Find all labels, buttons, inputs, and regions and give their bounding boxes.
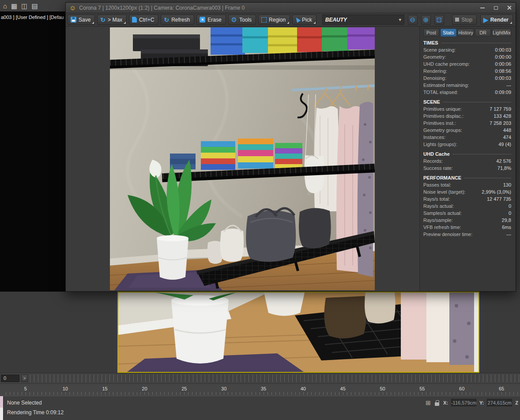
render-image[interactable] (110, 27, 375, 290)
corona-logo-icon: ☺ (69, 4, 76, 11)
region-button[interactable]: Region (258, 15, 290, 25)
stat-row: TOTAL elapsed: 0:09:09 (423, 89, 511, 96)
stat-label: TOTAL elapsed: (423, 89, 458, 96)
stat-label: Records: (423, 158, 443, 165)
vfb-canvas[interactable] (66, 26, 419, 291)
x-coordinate-field[interactable]: -116,579cm (451, 399, 476, 406)
frame-number: 30 (204, 386, 244, 391)
stat-row: Scene parsing: 0:00:03 (423, 46, 511, 53)
frame-number: 65 (482, 386, 520, 391)
render-controls-group: Stop ▶ Render (452, 15, 513, 25)
stat-row: Noise level (target): 2,99% (3,0%) (423, 188, 511, 195)
z-label: Z (515, 400, 518, 405)
stats-rows: Records: 42 576 Success rate: 71,8% (423, 158, 511, 172)
tab-lightmix[interactable]: LightMix (492, 29, 511, 37)
stat-row: VFB refresh time: 6ms (423, 224, 511, 231)
frame-number: 60 (442, 386, 482, 391)
section-title: UHD Cache (423, 151, 511, 157)
stat-value: 474 (503, 134, 511, 141)
viewport-safe-frame[interactable] (117, 292, 479, 373)
tools-button[interactable]: ⚙ Tools (228, 15, 256, 25)
time-slider-track[interactable] (30, 375, 519, 382)
stat-value: 448 (503, 127, 511, 134)
erase-button[interactable]: × Erase (196, 15, 226, 25)
y-label: Y: (479, 400, 484, 405)
minimize-button[interactable] (476, 3, 489, 13)
stat-label: Scene parsing: (423, 46, 456, 53)
stat-row: UHD cache precomp: 0:00:06 (423, 60, 511, 68)
stat-row: Rays/sample: 29,8 (423, 217, 511, 224)
zoom-in-button[interactable]: ⊕ (421, 15, 431, 25)
region-icon (261, 17, 267, 22)
chevron-down-icon: ▾ (399, 17, 401, 22)
render-icon: ▶ (483, 17, 488, 23)
refresh-icon: ↻ (164, 17, 169, 23)
next-frame-button[interactable]: > (21, 375, 28, 382)
stat-row: Primitives unique: 7 127 759 (423, 105, 511, 112)
stat-value: 2,99% (3,0%) (482, 188, 511, 195)
tab-stats[interactable]: Stats (441, 29, 456, 37)
track-bar[interactable]: 5 10 15 20 25 30 35 40 45 50 55 60 (0, 383, 520, 396)
stat-value: 0:00:06 (495, 60, 511, 68)
close-button[interactable] (502, 3, 516, 13)
stat-label: Preview denoiser time: (423, 231, 472, 238)
stat-label: UHD cache precomp: (423, 60, 470, 68)
frame-number: 40 (283, 386, 323, 391)
maximize-button[interactable] (489, 3, 502, 13)
stat-value: --- (506, 82, 511, 89)
stat-label: Primitives unique: (423, 105, 462, 112)
stat-row: Preview denoiser time: --- (423, 231, 511, 238)
stat-label: Rays/s actual: (423, 202, 454, 210)
stat-label: Instances: (423, 134, 445, 141)
stat-value: 7 258 203 (490, 120, 511, 127)
stats-rows: Passes total: 130 Noise level (target): … (423, 181, 511, 238)
vfb-side-panel: Post Stats History DR LightMix TIMES Sce… (419, 26, 516, 291)
viewport-scene (118, 292, 479, 372)
x-label: X: (443, 400, 448, 405)
stat-value: 130 (503, 181, 511, 188)
lock-icon[interactable] (434, 399, 440, 406)
stat-row: Rays/s total: 12 477 735 (423, 195, 511, 202)
viewport-lower-strip[interactable] (0, 292, 520, 373)
viewport-area[interactable]: a003 ] [User Defined ] [Defau (0, 11, 65, 292)
tab-history[interactable]: History (458, 29, 474, 37)
gizmo-icon[interactable]: ⊞ (426, 400, 431, 406)
viewport-label[interactable]: a003 ] [User Defined ] [Defau (1, 15, 65, 20)
copy-button[interactable]: Ctrl+C (129, 15, 158, 25)
stat-value: 42 576 (496, 158, 511, 165)
grid-icon[interactable]: ▦ (11, 3, 17, 9)
render-button[interactable]: ▶ Render (480, 15, 513, 25)
stop-button[interactable]: Stop (452, 15, 477, 25)
send-to-max-button[interactable]: ↻ > Max (97, 15, 127, 25)
home-icon[interactable]: ⌂ (3, 3, 7, 9)
layers-icon[interactable]: ▤ (31, 3, 38, 9)
y-coordinate-field[interactable]: 274,615cm (487, 399, 512, 406)
stat-value: 12 477 735 (487, 195, 511, 202)
current-frame-field[interactable]: 0 (1, 375, 19, 382)
stat-label: Primitives displac.: (423, 112, 463, 120)
tab-post[interactable]: Post (423, 29, 439, 37)
time-slider[interactable]: 0 > (0, 373, 520, 383)
stat-row: Geometry: 0:00:00 (423, 53, 511, 60)
frame-number: 25 (164, 386, 204, 391)
stats-rows: Scene parsing: 0:00:03 Geometry: 0:00:00… (423, 46, 511, 96)
frame-number: 55 (402, 386, 442, 391)
render-channel-select[interactable]: BEAUTY ▾ (322, 15, 404, 25)
window-icon[interactable]: ◫ (21, 3, 27, 9)
stat-label: Rays/s total: (423, 195, 450, 202)
region-label: Region (269, 17, 286, 23)
stat-label: Samples/s actual: (423, 210, 462, 217)
vfb-titlebar[interactable]: ☺ Corona 7 | 1200x1200px (1:2) | Camera:… (66, 3, 516, 13)
maxscript-mini-listener[interactable] (0, 396, 4, 420)
copy-icon (132, 17, 137, 22)
stat-value: 0 (509, 202, 511, 210)
stat-label: Primitives inst.: (423, 120, 456, 127)
zoom-fit-button[interactable]: ⊡ (434, 15, 444, 25)
zoom-out-button[interactable]: ⊖ (408, 15, 418, 25)
stat-row: Instances: 474 (423, 134, 511, 141)
tab-dr[interactable]: DR (475, 29, 491, 37)
save-button[interactable]: Save (68, 15, 95, 25)
refresh-button[interactable]: ↻ Refresh (161, 15, 194, 25)
pick-button[interactable]: Pick (292, 15, 317, 25)
stat-label: VFB refresh time: (423, 224, 461, 231)
